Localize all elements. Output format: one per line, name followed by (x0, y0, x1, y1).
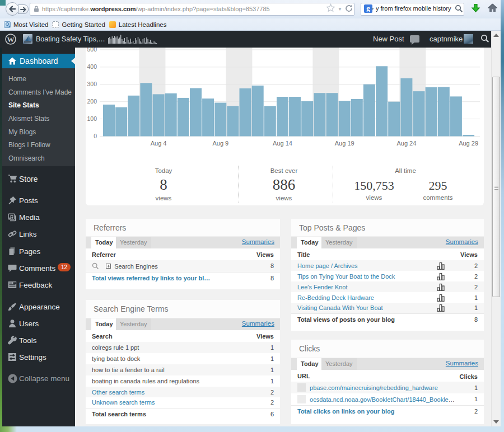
svg-text:Aug 19: Aug 19 (335, 140, 354, 147)
svg-text:W: W (7, 35, 15, 44)
svg-text:Aug 29: Aug 29 (459, 140, 478, 147)
svg-text:200: 200 (87, 98, 97, 105)
svg-text:500: 500 (87, 48, 97, 53)
svg-text:Aug 4: Aug 4 (151, 140, 167, 147)
svg-text:400: 400 (87, 63, 97, 70)
svg-text:0: 0 (94, 133, 97, 139)
svg-text:Aug 14: Aug 14 (273, 140, 292, 147)
svg-text:Aug 9: Aug 9 (212, 140, 228, 147)
svg-text:100: 100 (87, 115, 97, 122)
svg-text:Aug 24: Aug 24 (396, 140, 416, 147)
svg-text:300: 300 (87, 81, 97, 87)
